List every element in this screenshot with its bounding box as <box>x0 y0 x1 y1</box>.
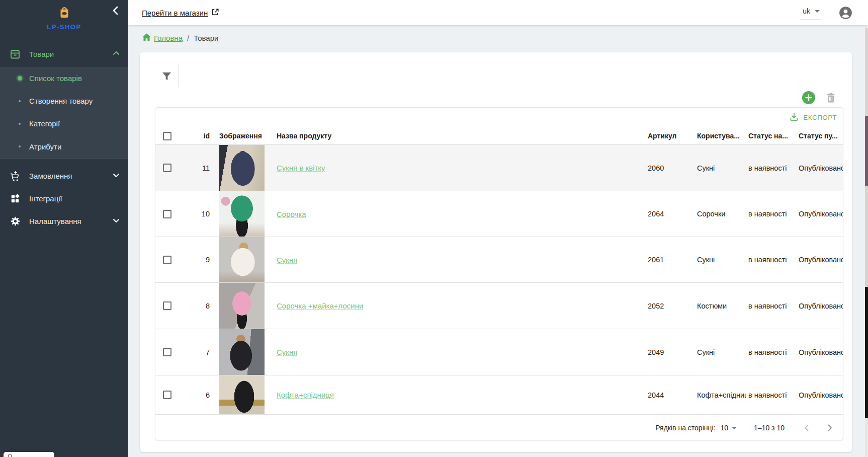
cell-publish-status: Опубліковано <box>799 283 843 329</box>
select-all-checkbox[interactable] <box>163 132 171 140</box>
account-icon[interactable] <box>839 6 852 20</box>
cell-category: Кофта+спідниц <box>697 375 746 414</box>
row-checkbox[interactable] <box>163 348 171 356</box>
cell-stock-status: в наявності <box>748 329 796 375</box>
row-checkbox[interactable] <box>163 301 171 310</box>
cell-name: Сукня <box>277 329 639 375</box>
breadcrumb: Головна / Товари <box>142 33 218 43</box>
bullet-icon <box>10 145 29 147</box>
chevron-down-icon <box>815 10 820 13</box>
header-publish-status[interactable]: Статус пу... <box>799 127 843 144</box>
header-stock-status[interactable]: Статус на... <box>748 127 796 144</box>
sidebar-item-product-list[interactable]: Список товарів <box>0 67 128 90</box>
row-checkbox[interactable] <box>163 210 171 218</box>
cell-image <box>219 283 265 329</box>
header-name[interactable]: Назва продукту <box>277 127 639 144</box>
go-to-store-link[interactable]: Перейти в магазин <box>142 8 219 18</box>
admin-app: LP-SHOP Товари Список товарів Створення … <box>0 0 868 457</box>
bullet-icon <box>10 123 29 125</box>
table-header-row: id Зображення Назва продукту Артикул Кор… <box>155 127 843 145</box>
product-image <box>219 237 265 282</box>
table-row[interactable]: 9 Сукня 2061 Сукні в наявності Опубліков… <box>155 237 843 283</box>
collapse-sidebar-icon[interactable] <box>110 5 121 16</box>
cell-image <box>219 145 265 191</box>
breadcrumb-separator: / <box>187 34 189 42</box>
table-toolbar: ЕКСПОРТ <box>155 108 843 127</box>
sidebar-item-label: Інтеграції <box>29 194 120 203</box>
delete-button[interactable] <box>825 92 836 104</box>
sidebar-item-label: Налаштування <box>29 217 112 225</box>
product-link[interactable]: Сорочка +майка+лосини <box>277 301 363 310</box>
notification-toast[interactable] <box>4 452 54 457</box>
cell-image <box>219 375 265 414</box>
product-link[interactable]: Сукня <box>277 348 297 356</box>
external-link-icon <box>211 8 219 18</box>
chevron-down-icon <box>732 427 737 429</box>
rows-per-page-select[interactable]: 10 <box>721 424 737 432</box>
header-image[interactable]: Зображення <box>219 127 265 144</box>
table-row[interactable]: 11 Сукня в квітку 2060 Сукні в наявності… <box>155 145 843 191</box>
sidebar-subitem-label: Створення товару <box>29 97 93 105</box>
rows-per-page-value: 10 <box>721 424 729 432</box>
next-page-button[interactable] <box>824 422 836 434</box>
cell-category: Сорочки <box>697 191 746 237</box>
language-select[interactable]: uk <box>800 5 821 20</box>
product-link[interactable]: Сукня <box>277 256 297 264</box>
row-select-cell <box>163 375 178 414</box>
product-link[interactable]: Сукня в квітку <box>277 164 325 172</box>
product-link[interactable]: Сорочка <box>277 210 306 218</box>
row-checkbox[interactable] <box>163 164 171 172</box>
sidebar-item-create-product[interactable]: Створення товару <box>0 90 128 112</box>
select-all-cell <box>163 127 178 144</box>
products-submenu: Список товарів Створення товару Категорі… <box>0 67 128 159</box>
sidebar: LP-SHOP Товари Список товарів Створення … <box>0 0 128 457</box>
cell-category: Сукні <box>697 237 746 282</box>
row-select-cell <box>163 283 178 329</box>
cell-id: 7 <box>178 329 210 375</box>
cell-id: 6 <box>178 375 210 414</box>
sidebar-item-products[interactable]: Товари <box>0 41 128 67</box>
breadcrumb-home-link[interactable]: Головна <box>142 33 183 43</box>
table-row[interactable]: 8 Сорочка +майка+лосини 2052 Костюми в н… <box>155 283 843 329</box>
row-select-cell <box>163 237 178 282</box>
table-row[interactable]: 10 Сорочка 2064 Сорочки в наявності Опуб… <box>155 191 843 237</box>
product-link[interactable]: Кофта+спідниця <box>277 391 334 399</box>
cell-name: Сорочка +майка+лосини <box>277 283 639 329</box>
previous-page-button[interactable] <box>801 422 813 434</box>
table-row[interactable]: 6 Кофта+спідниця 2044 Кофта+спідниц в на… <box>155 375 843 415</box>
chevron-down-icon <box>112 216 120 226</box>
export-button[interactable]: ЕКСПОРТ <box>790 112 837 123</box>
store-link-label: Перейти в магазин <box>142 9 208 17</box>
header-id[interactable]: id <box>178 127 210 144</box>
sidebar-item-integrations[interactable]: Інтеграції <box>0 187 128 210</box>
sidebar-item-orders[interactable]: Замовлення <box>0 165 128 187</box>
cell-publish-status: Опубліковано <box>799 237 843 282</box>
chevron-up-icon <box>112 49 120 59</box>
sidebar-subitem-label: Список товарів <box>29 74 82 83</box>
cell-stock-status: в наявності <box>748 145 796 191</box>
logo[interactable]: LP-SHOP <box>0 0 128 31</box>
product-image <box>219 283 265 329</box>
add-product-button[interactable] <box>802 91 815 104</box>
sidebar-subitem-label: Атрибути <box>29 142 61 151</box>
header-sku[interactable]: Артикул <box>648 127 694 144</box>
logo-text: LP-SHOP <box>0 23 128 31</box>
header-user-category[interactable]: Користува... <box>697 127 746 144</box>
row-checkbox[interactable] <box>163 256 171 264</box>
sidebar-item-label: Замовлення <box>29 172 112 180</box>
product-list-card: ЕКСПОРТ id Зображення Назва продукту Арт… <box>140 52 852 452</box>
cell-category: Сукні <box>697 329 746 375</box>
sidebar-item-label: Товари <box>29 50 112 58</box>
row-select-cell <box>163 145 178 191</box>
sidebar-item-categories[interactable]: Категорії <box>0 112 128 135</box>
cell-publish-status: Опубліковано <box>799 329 843 375</box>
sidebar-item-settings[interactable]: Налаштування <box>0 210 128 233</box>
shop-bag-icon <box>57 5 72 20</box>
table-row[interactable]: 7 Сукня 2049 Сукні в наявності Опубліков… <box>155 329 843 375</box>
breadcrumb-current: Товари <box>194 34 218 42</box>
row-checkbox[interactable] <box>163 391 171 399</box>
sidebar-item-attributes[interactable]: Атрибути <box>0 135 128 158</box>
product-image <box>219 145 265 191</box>
filter-icon[interactable] <box>160 68 173 84</box>
topbar: Перейти в магазин uk <box>128 0 868 25</box>
